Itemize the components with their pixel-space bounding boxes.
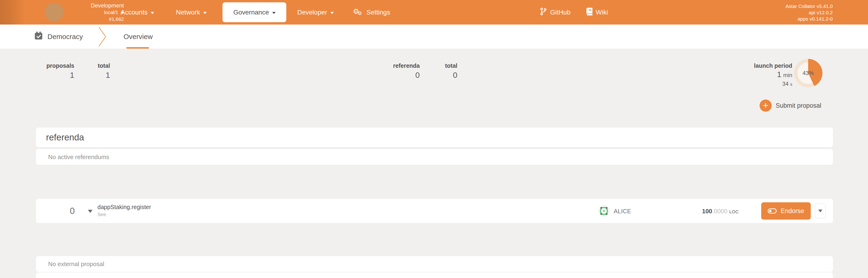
link-github[interactable]: GitHub (540, 0, 570, 25)
toggle-icon (768, 208, 777, 214)
chain-name: Development (56, 2, 124, 9)
nav-governance-active[interactable]: Governance (222, 2, 286, 22)
version-info: Astar Collator v5.41.0 api v12.0.2 apps … (785, 3, 833, 22)
tab-bar: Democracy Overview (0, 25, 868, 49)
section-title: Democracy (48, 33, 83, 41)
endorse-button[interactable]: Endorse (761, 202, 811, 220)
launch-seconds: 34 (782, 81, 788, 87)
proposal-call-note: See (97, 211, 151, 218)
breadcrumb-chevron-icon (98, 27, 106, 48)
proposal-call: dappStaking.register See (97, 203, 151, 218)
proposer-name: ALICE (614, 208, 631, 215)
active-tab-underline (126, 47, 149, 49)
chain-block-number: #1,662 (56, 16, 124, 23)
nav-network[interactable]: Network (176, 0, 207, 25)
nav-settings[interactable]: ⚙⚙ Settings (353, 0, 390, 25)
calendar-check-icon (34, 32, 43, 41)
external-empty-row: No external proposal (36, 256, 833, 272)
chain-selector[interactable]: Development local/1 #1,662 (56, 2, 124, 23)
referenda-title: referenda (46, 132, 84, 143)
external-title: external (46, 277, 78, 278)
external-empty-text: No external proposal (48, 260, 104, 268)
proposal-index: 0 (36, 206, 75, 216)
book-icon (586, 8, 592, 17)
referenda-empty-row: No active referendums (36, 149, 833, 165)
locked-frac: .0000 (712, 208, 727, 215)
row-actions-dropdown-button[interactable] (815, 204, 826, 218)
launch-period-ring-inner: 43% (798, 62, 819, 84)
summary-proposals-total: total 1 (98, 62, 110, 80)
proposal-row: 0 dappStaking.register See ALICE 100.000… (36, 199, 833, 223)
summary-referenda: referenda 0 (393, 62, 420, 80)
submit-proposal-button[interactable]: + Submit proposal (760, 99, 821, 112)
api-version: api v12.0.2 (785, 9, 833, 16)
summary-referenda-total: total 0 (445, 62, 457, 80)
proposer-identicon (598, 205, 610, 217)
proposal-call-name[interactable]: dappStaking.register (97, 203, 151, 211)
nav-developer[interactable]: Developer (297, 0, 334, 25)
expand-caret-icon[interactable] (88, 210, 93, 213)
apps-version: apps v0.141.2-0 (785, 16, 833, 22)
node-version: Astar Collator v5.41.0 (785, 3, 833, 9)
locked-unit: LOC (729, 209, 739, 214)
section-democracy: Democracy (34, 25, 83, 49)
chevron-down-icon (818, 210, 823, 212)
chevron-down-icon (203, 12, 207, 14)
git-branch-icon (540, 7, 547, 17)
locked-balance: 100.0000LOC (702, 208, 739, 216)
app-header: Development local/1 #1,662 Accounts Netw… (0, 0, 868, 25)
summary-launch-period: launch period 1min 34s (754, 62, 792, 88)
nav-accounts[interactable]: Accounts (121, 0, 154, 25)
chevron-down-icon (272, 12, 276, 14)
launch-period-ring: 43% (794, 59, 823, 87)
gear-icon: ⚙⚙ (353, 8, 363, 17)
chevron-down-icon (331, 12, 334, 14)
external-card-header: external (36, 272, 833, 278)
launch-period-percent: 43% (803, 70, 814, 76)
locked-int: 100 (702, 208, 712, 215)
referenda-card-header: referenda (36, 128, 833, 147)
chevron-down-icon (151, 12, 154, 14)
chain-network-label: local/1 (104, 9, 118, 16)
plus-icon: + (760, 99, 772, 112)
launch-minutes: 1 (777, 70, 781, 79)
tab-overview[interactable]: Overview (123, 25, 153, 49)
referenda-empty-text: No active referendums (48, 153, 110, 161)
summary-proposals: proposals 1 (46, 62, 74, 80)
link-wiki[interactable]: Wiki (586, 0, 608, 25)
